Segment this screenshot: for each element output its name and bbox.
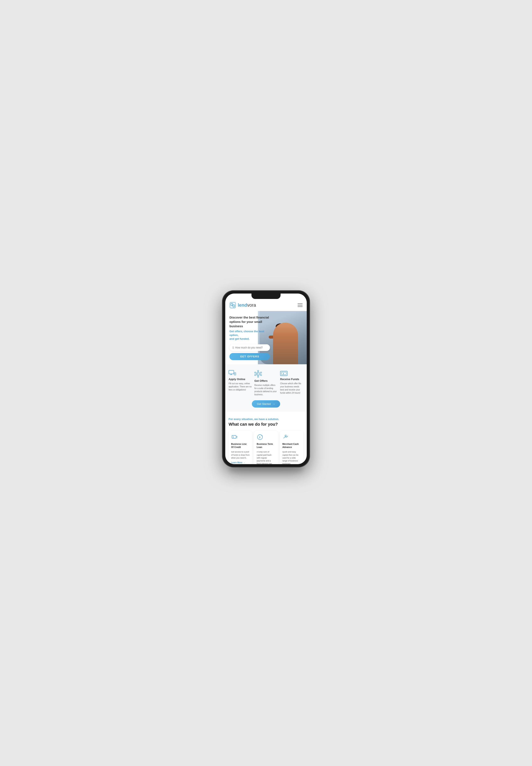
card-merchant-cash: $ Merchant Cash Advance Quick and easy c… (280, 431, 303, 464)
step-offers-title: Get Offers (254, 379, 278, 382)
card-term-loan-desc: A lump sum of capital paid back with reg… (257, 450, 275, 464)
credit-line-icon: $ (231, 434, 250, 440)
get-started-button[interactable]: Get Started → (252, 400, 280, 408)
arrow-icon: → (272, 402, 275, 405)
svg-point-22 (260, 374, 262, 376)
svg-point-4 (276, 323, 285, 329)
solutions-title: What can we do for you? (229, 422, 303, 427)
steps-section: Apply Online Fill out our easy, online a… (225, 364, 307, 412)
svg-rect-12 (229, 370, 234, 374)
hero-subtitle: Get offers, choose the best option, and … (229, 330, 270, 341)
svg-point-24 (255, 374, 256, 376)
logo-vora: vora (247, 303, 256, 308)
card-term-loan: $ Business Term Loan A lump sum of capit… (254, 431, 278, 464)
svg-line-27 (260, 373, 260, 373)
svg-point-5 (277, 332, 284, 336)
card-term-loan-title: Business Term Loan (257, 442, 275, 449)
svg-line-28 (260, 374, 260, 375)
step-receive-funds: $ Receive Funds Choose which offer fits … (280, 370, 303, 396)
logo-text: lendvora (238, 303, 256, 308)
step-funds-desc: Choose which offer fits your business ne… (280, 382, 303, 394)
arrow-icon: → (243, 461, 245, 464)
phone-screen-container: lendvora (225, 294, 307, 464)
svg-rect-11 (275, 342, 285, 349)
logo-lend: lend (238, 303, 247, 308)
svg-rect-7 (276, 336, 285, 353)
phone-reflection (229, 467, 303, 475)
phone-notch (251, 294, 281, 299)
svg-rect-6 (274, 335, 287, 353)
svg-line-31 (256, 373, 256, 373)
svg-text:$: $ (285, 435, 286, 437)
card-merchant-title: Merchant Cash Advance (282, 442, 301, 449)
svg-point-25 (255, 372, 256, 373)
step-get-offers: $ (254, 370, 278, 396)
logo-icon (229, 302, 236, 309)
svg-point-21 (260, 372, 262, 373)
term-loan-icon: $ (257, 434, 275, 440)
step-apply-title: Apply Online (229, 378, 252, 381)
solutions-section: For every situation, we have a solution.… (225, 412, 307, 464)
get-offers-button[interactable]: GET OFFERS (229, 353, 270, 360)
monitor-icon (229, 370, 252, 376)
amount-input[interactable] (235, 346, 267, 349)
svg-rect-15 (234, 373, 236, 375)
svg-text:$: $ (233, 436, 234, 438)
amount-input-wrapper: $ (229, 344, 270, 351)
offers-icon: $ (254, 370, 278, 378)
step-apply-online: Apply Online Fill out our easy, online a… (229, 370, 252, 396)
svg-rect-9 (286, 336, 292, 339)
step-funds-title: Receive Funds (280, 378, 303, 381)
logo: lendvora (229, 302, 256, 309)
card-credit-line-title: Business Line Of Credit (231, 442, 250, 449)
solutions-eyebrow: For every situation, we have a solution. (229, 418, 303, 421)
card-credit-line-link[interactable]: Learn More → (231, 461, 250, 464)
card-merchant-desc: Quick and easy capital that can be used … (282, 450, 301, 464)
merchant-icon: $ (282, 434, 301, 440)
svg-line-30 (256, 374, 256, 375)
card-credit-line-desc: Get access to a pool of funds to draw fr… (231, 450, 250, 459)
get-started-wrapper: Get Started → (229, 400, 303, 408)
svg-text:$: $ (283, 373, 284, 375)
step-apply-desc: Fill out our easy, online application. T… (229, 382, 252, 391)
svg-text:$: $ (259, 436, 260, 438)
svg-rect-10 (275, 341, 286, 351)
svg-point-23 (257, 376, 259, 377)
hero-title: Discover the best financial options for … (229, 315, 270, 328)
hero-section: Discover the best financial options for … (225, 311, 307, 364)
phone-frame: lendvora (222, 291, 310, 467)
funds-icon: $ (280, 370, 303, 376)
hero-content: Discover the best financial options for … (225, 311, 274, 364)
get-started-label: Get Started (257, 402, 271, 405)
hamburger-menu[interactable] (298, 304, 303, 307)
solutions-cards-grid: $ Business Line Of Credit Get access to … (229, 431, 303, 464)
svg-point-20 (257, 370, 259, 372)
svg-rect-35 (232, 435, 236, 438)
dollar-sign: $ (232, 346, 234, 349)
svg-text:$: $ (257, 373, 259, 375)
svg-point-3 (276, 324, 285, 335)
steps-grid: Apply Online Fill out our easy, online a… (229, 370, 303, 396)
card-line-of-credit: $ Business Line Of Credit Get access to … (229, 431, 252, 464)
phone-screen: lendvora (225, 294, 307, 464)
step-offers-desc: Receive multiple offers for a suite of l… (254, 384, 278, 396)
